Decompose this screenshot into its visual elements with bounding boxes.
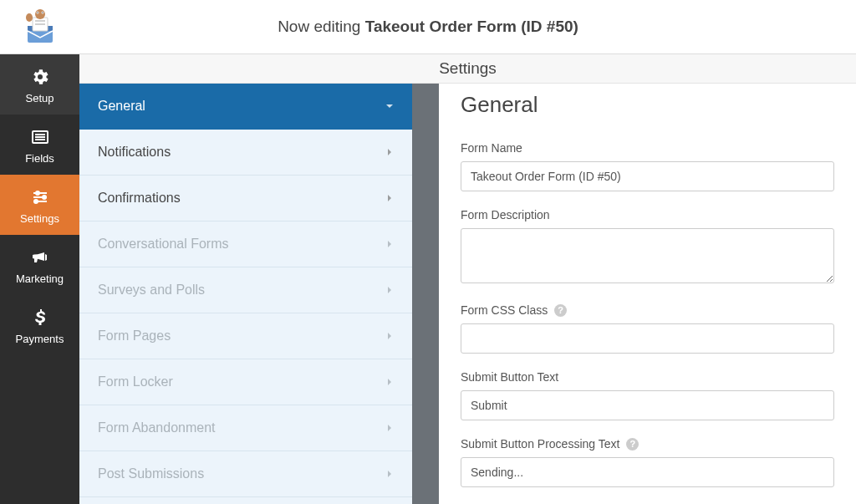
help-icon[interactable]: ? <box>626 438 639 451</box>
chevron-right-icon <box>385 283 394 298</box>
form-css-class-input[interactable] <box>461 323 834 354</box>
dollar-icon <box>28 306 52 329</box>
field-label: Form Name <box>461 141 834 155</box>
label-text: Form Description <box>461 208 550 221</box>
field-label: Form CSS Class ? <box>461 303 834 317</box>
chevron-right-icon <box>385 191 394 206</box>
logo <box>0 6 79 48</box>
content-area: Settings General Notifications Confirmat… <box>79 54 856 504</box>
main-heading: General <box>461 92 834 118</box>
field-label: Form Description <box>461 208 834 221</box>
sliders-icon <box>28 186 52 209</box>
panel-item-label: Form Pages <box>98 328 171 344</box>
main-content: General Form Name Form Description Form … <box>439 84 856 504</box>
panel-item-conversational-forms[interactable]: Conversational Forms <box>79 221 412 267</box>
panel-item-label: Form Locker <box>98 374 173 389</box>
settings-bar-title: Settings <box>439 59 497 78</box>
panel-item-general[interactable]: General <box>79 84 412 130</box>
settings-panel: General Notifications Confirmations Conv… <box>79 84 412 504</box>
chevron-right-icon <box>385 420 394 435</box>
label-text: Submit Button Text <box>461 370 558 384</box>
field-label: Submit Button Processing Text ? <box>461 437 834 451</box>
svg-point-18 <box>43 196 46 199</box>
panel-item-post-submissions[interactable]: Post Submissions <box>79 451 412 497</box>
chevron-down-icon <box>385 99 394 114</box>
panel-item-label: Surveys and Polls <box>98 283 205 298</box>
label-text: Form CSS Class <box>461 303 548 317</box>
panel-item-form-pages[interactable]: Form Pages <box>79 313 412 359</box>
field-group-form-description: Form Description <box>461 208 834 287</box>
svg-point-5 <box>35 9 45 19</box>
panel-item-notifications[interactable]: Notifications <box>79 130 412 176</box>
bullhorn-icon <box>28 246 52 269</box>
settings-bar: Settings <box>79 54 856 84</box>
header: Now editing Takeout Order Form (ID #50) <box>0 0 856 54</box>
sidebar-item-label: Fields <box>25 152 54 165</box>
body-wrap: Setup Fields Settings Marketing Payments <box>0 54 856 504</box>
sidebar-item-payments[interactable]: Payments <box>0 295 79 355</box>
svg-point-20 <box>34 200 38 203</box>
svg-point-16 <box>36 191 39 195</box>
panel-item-label: General <box>98 99 145 114</box>
sidebar-item-settings[interactable]: Settings <box>0 175 79 235</box>
sidebar-item-label: Marketing <box>16 272 64 285</box>
chevron-right-icon <box>385 237 394 252</box>
panel-item-label: Form Abandonment <box>98 420 216 435</box>
chevron-right-icon <box>385 374 394 389</box>
chevron-right-icon <box>385 145 394 160</box>
sidebar-item-setup[interactable]: Setup <box>0 54 79 115</box>
panel-item-confirmations[interactable]: Confirmations <box>79 176 412 221</box>
sidebar-item-label: Settings <box>20 212 59 225</box>
form-description-textarea[interactable] <box>461 228 834 283</box>
list-icon <box>28 125 52 149</box>
panel-item-label: Post Submissions <box>98 466 204 481</box>
panel-item-form-abandonment[interactable]: Form Abandonment <box>79 405 412 451</box>
panel-item-surveys-polls[interactable]: Surveys and Polls <box>79 267 412 313</box>
field-label: Submit Button Text <box>461 370 834 384</box>
label-text: Form Name <box>461 141 522 155</box>
field-group-submit-processing: Submit Button Processing Text ? <box>461 437 834 487</box>
sidebar: Setup Fields Settings Marketing Payments <box>0 54 79 504</box>
help-icon[interactable]: ? <box>554 304 567 317</box>
svg-point-8 <box>37 12 38 13</box>
svg-point-10 <box>26 13 33 22</box>
settings-body: General Notifications Confirmations Conv… <box>79 84 856 504</box>
label-text: Submit Button Processing Text <box>461 437 619 451</box>
chevron-right-icon <box>385 328 394 344</box>
field-group-form-name: Form Name <box>461 141 834 191</box>
wpforms-logo-icon <box>19 6 61 48</box>
header-title: Now editing Takeout Order Form (ID #50) <box>79 18 856 36</box>
chevron-right-icon <box>385 466 394 481</box>
submit-processing-text-input[interactable] <box>461 457 834 487</box>
field-group-submit-text: Submit Button Text <box>461 370 834 420</box>
sidebar-item-marketing[interactable]: Marketing <box>0 235 79 295</box>
sidebar-item-label: Payments <box>16 333 64 345</box>
sidebar-item-fields[interactable]: Fields <box>0 115 79 175</box>
sidebar-item-label: Setup <box>26 92 54 104</box>
main-column: General Form Name Form Description Form … <box>439 84 856 504</box>
panel-item-label: Notifications <box>98 145 171 160</box>
panel-item-form-locker[interactable]: Form Locker <box>79 359 412 405</box>
submit-button-text-input[interactable] <box>461 390 834 420</box>
header-prefix-text: Now editing <box>278 18 365 35</box>
panel-item-label: Conversational Forms <box>98 237 229 252</box>
form-name-input[interactable] <box>461 161 834 191</box>
gear-icon <box>28 65 52 89</box>
panel-gutter <box>412 84 439 504</box>
panel-item-label: Confirmations <box>98 191 181 206</box>
svg-point-9 <box>42 12 43 13</box>
field-group-form-css-class: Form CSS Class ? <box>461 303 834 354</box>
header-form-title: Takeout Order Form (ID #50) <box>365 18 578 35</box>
